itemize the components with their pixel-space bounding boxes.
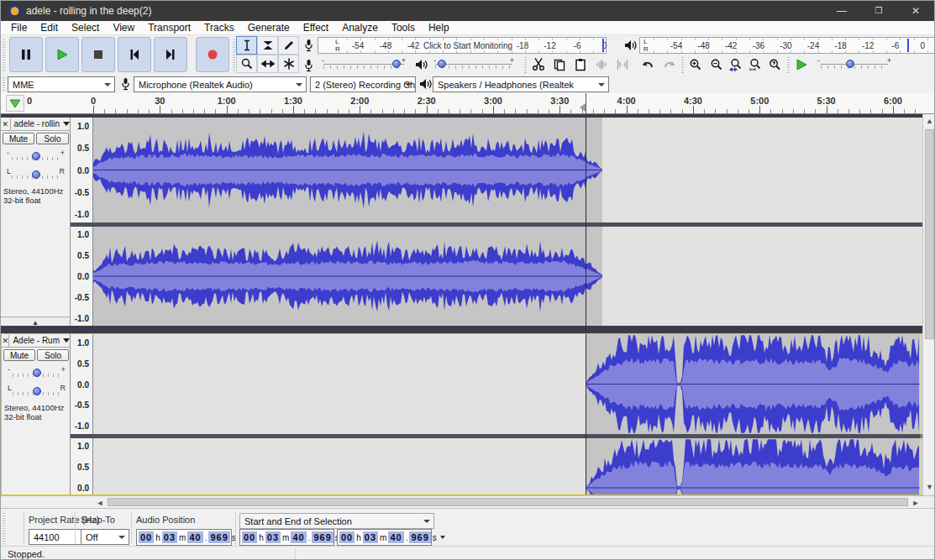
playback-meter[interactable]: LR -54-48-42-36-30-24-18-12-60 xyxy=(639,37,935,54)
playback-volume-slider[interactable]: -+ xyxy=(430,57,517,71)
stop-button[interactable] xyxy=(81,37,115,72)
track1-pan-thumb[interactable] xyxy=(32,170,40,179)
menu-item[interactable]: Help xyxy=(422,22,456,34)
time-shift-tool-button[interactable] xyxy=(257,55,278,73)
copy-button[interactable] xyxy=(549,55,570,73)
timeline-cursor-handle[interactable] xyxy=(580,103,586,112)
timeline-ruler[interactable]: 0 0301:001:302:002:303:003:304:004:305:0… xyxy=(1,93,934,114)
track2-pan-thumb[interactable] xyxy=(33,387,41,395)
menu-item[interactable]: Tracks xyxy=(197,22,241,34)
track2-mute-button[interactable]: Mute xyxy=(3,349,35,361)
skip-to-end-button[interactable] xyxy=(154,37,187,72)
draw-tool-button[interactable] xyxy=(278,36,299,55)
cut-button[interactable] xyxy=(528,55,549,73)
selection-tool-button[interactable] xyxy=(236,36,257,55)
toolbar-grip[interactable] xyxy=(787,56,790,73)
trim-audio-button[interactable] xyxy=(591,55,612,73)
menu-item[interactable]: Transport xyxy=(141,22,197,34)
scroll-down-arrow[interactable]: ▼ xyxy=(923,483,935,491)
menu-item[interactable]: Analyze xyxy=(335,22,385,34)
paste-button[interactable] xyxy=(570,55,591,73)
scroll-left-arrow[interactable]: ◄ xyxy=(93,499,107,507)
track1-pan-slider[interactable]: L R xyxy=(4,167,67,180)
track2-pan-slider[interactable]: L R xyxy=(5,384,68,396)
menu-item[interactable]: Edit xyxy=(34,22,65,34)
menu-item[interactable]: Effect xyxy=(297,22,335,34)
recording-volume-thumb[interactable] xyxy=(392,60,401,68)
recording-volume-slider[interactable]: -+ xyxy=(318,57,409,71)
pause-button[interactable] xyxy=(9,37,43,72)
track2-ch2-waveform[interactable] xyxy=(93,438,922,495)
playback-volume-thumb[interactable] xyxy=(438,60,446,68)
menu-item[interactable]: Select xyxy=(65,22,106,34)
track1-close-button[interactable]: ✕ xyxy=(1,118,11,130)
recording-meter[interactable]: LR -54-48-42 Click to Start Monitoring -… xyxy=(318,37,607,54)
vertical-scrollbar[interactable]: ▲ ▼ xyxy=(922,114,935,495)
recording-channels-select[interactable]: 2 (Stereo) Recording Chai xyxy=(310,76,416,92)
track2-name[interactable]: Adele - Rum xyxy=(9,336,60,345)
audio-position-field[interactable]: 00h03m40.969s xyxy=(136,529,232,546)
play-button[interactable] xyxy=(45,37,79,72)
track1-ch1-vertical-ruler[interactable]: 1.00.50.0-0.5-1.0 xyxy=(71,118,93,222)
fit-project-button[interactable] xyxy=(745,55,764,73)
track2-ch1-waveform[interactable] xyxy=(93,334,922,434)
selection-end-field[interactable]: 00h03m40.969s xyxy=(337,529,432,546)
track2-solo-button[interactable]: Solo xyxy=(37,349,69,361)
toolbar-grip[interactable] xyxy=(524,56,527,73)
silence-audio-button[interactable] xyxy=(612,55,633,73)
play-at-speed-button[interactable] xyxy=(791,55,812,73)
menu-item[interactable]: View xyxy=(106,22,141,34)
toolbar-grip[interactable] xyxy=(3,512,5,544)
horizontal-scrollbar[interactable]: ◄ ► xyxy=(1,495,935,508)
redo-button[interactable] xyxy=(659,55,680,73)
track1-mute-button[interactable]: Mute xyxy=(3,133,34,144)
toolbar-grip[interactable] xyxy=(681,56,684,73)
record-button[interactable] xyxy=(196,37,229,72)
scroll-up-arrow[interactable]: ▲ xyxy=(923,117,935,125)
maximize-button[interactable]: ❐ xyxy=(860,1,897,21)
playback-speed-thumb[interactable] xyxy=(846,60,854,68)
monitor-prompt[interactable]: Click to Start Monitoring xyxy=(423,41,512,50)
playback-device-select[interactable]: Speakers / Headphones (Realtek xyxy=(433,76,609,92)
track2-gain-slider[interactable]: - + xyxy=(5,365,68,378)
zoom-tool-button[interactable] xyxy=(236,55,257,73)
selection-start-field[interactable]: 00h03m40.969s xyxy=(239,529,334,546)
zoom-in-button[interactable] xyxy=(685,55,705,73)
menu-item[interactable]: Tools xyxy=(385,22,422,34)
timeline-pin-button[interactable] xyxy=(6,95,24,112)
track1-name[interactable]: adele - rollin xyxy=(11,119,60,128)
zoom-toggle-button[interactable] xyxy=(764,55,784,73)
undo-button[interactable] xyxy=(638,55,658,73)
fit-selection-button[interactable] xyxy=(726,55,745,73)
multi-tool-button[interactable] xyxy=(278,55,299,73)
selection-mode-select[interactable]: Start and End of Selection xyxy=(239,513,434,529)
track1-ch1-waveform[interactable] xyxy=(93,118,922,222)
vertical-scroll-thumb[interactable] xyxy=(925,129,934,339)
horizontal-scroll-thumb[interactable] xyxy=(108,498,908,506)
track1-gain-thumb[interactable] xyxy=(32,152,40,160)
skip-to-start-button[interactable] xyxy=(118,37,151,72)
toolbar-grip[interactable] xyxy=(233,39,235,71)
track1-ch2-waveform[interactable] xyxy=(93,227,922,326)
toolbar-grip[interactable] xyxy=(3,77,5,91)
scroll-right-arrow[interactable]: ► xyxy=(909,499,922,507)
track1-menu-dropdown-icon[interactable] xyxy=(63,122,70,126)
track1-solo-button[interactable]: Solo xyxy=(36,133,69,144)
close-button[interactable]: ✕ xyxy=(897,1,934,21)
snap-to-select[interactable]: Off xyxy=(81,529,129,545)
chevron-down-icon[interactable] xyxy=(440,536,445,539)
zoom-out-button[interactable] xyxy=(707,55,726,73)
recording-device-select[interactable]: Microphone (Realtek Audio) xyxy=(134,76,307,92)
menu-item[interactable]: Generate xyxy=(241,22,297,34)
menu-item[interactable]: File xyxy=(4,22,34,34)
track2-close-button[interactable]: ✕ xyxy=(2,335,9,347)
minimize-button[interactable]: — xyxy=(823,1,860,21)
track2-gain-thumb[interactable] xyxy=(33,369,41,377)
playback-speed-slider[interactable]: -+ xyxy=(816,57,893,71)
audio-host-select[interactable]: MME xyxy=(8,76,115,92)
track2-ch2-vertical-ruler[interactable]: 1.00.50.0-0.5-1.0 xyxy=(71,438,93,495)
track2-menu-dropdown-icon[interactable] xyxy=(63,338,70,343)
track1-ch2-vertical-ruler[interactable]: 1.00.50.0-0.5-1.0 xyxy=(71,227,93,326)
track2-ch1-vertical-ruler[interactable]: 1.00.50.0-0.5-1.0 xyxy=(71,334,93,434)
envelope-tool-button[interactable] xyxy=(257,36,278,55)
